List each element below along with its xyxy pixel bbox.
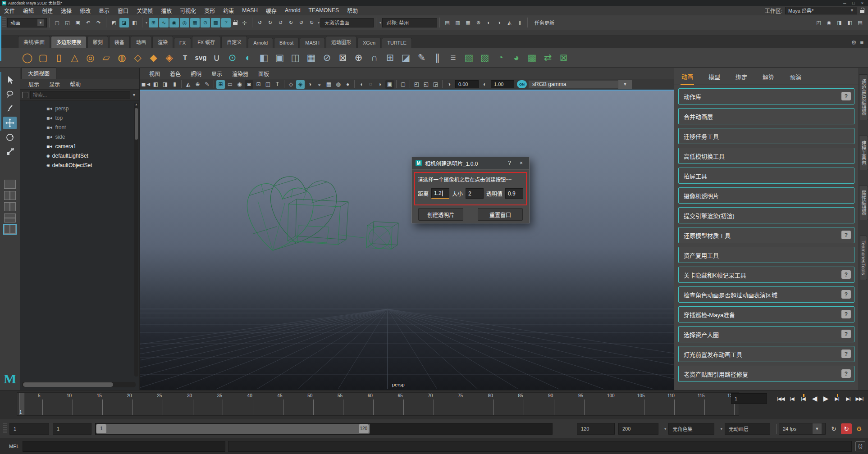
outliner-item-top[interactable]: ◼◄top xyxy=(20,113,139,123)
task-update-button[interactable]: 任务更新 xyxy=(530,19,559,26)
menubar-item[interactable]: Arnold xyxy=(281,7,305,14)
fps-select[interactable]: 24 fps ▼ xyxy=(779,423,826,435)
construction-history-off-icon[interactable]: ↻ xyxy=(265,18,275,27)
menubar-item[interactable]: 显示 xyxy=(95,7,114,14)
camera-settings-icon[interactable]: ◨ xyxy=(161,80,169,89)
tool-button[interactable]: 摄像机透明片 xyxy=(678,187,854,204)
playback-end-field[interactable]: 120 xyxy=(577,423,615,435)
workspace-select[interactable]: Maya 经典* ▼ xyxy=(785,7,857,14)
tool-button[interactable]: 穿插巡检-Maya准备? xyxy=(678,306,854,322)
camera-lock-icon[interactable]: ◧ xyxy=(151,80,160,89)
node-editor-history-icon[interactable]: ↺ xyxy=(297,18,306,27)
motion-blur-icon[interactable]: ◌ xyxy=(366,80,375,89)
snap-to-projected-center-icon[interactable]: ◎ xyxy=(180,18,189,27)
exposure-icon[interactable]: ◑ xyxy=(445,80,453,89)
xray-icon[interactable]: ▣ xyxy=(385,80,394,89)
help-icon[interactable]: ? xyxy=(841,350,851,358)
poly-sphere-icon[interactable]: ◯ xyxy=(20,50,35,65)
create-transparency-button[interactable]: 创建透明片 xyxy=(418,208,463,221)
list-output-operations-icon[interactable]: ↻ xyxy=(286,18,296,27)
chevron-down-icon[interactable]: ▾ xyxy=(146,21,147,25)
film-gate-icon[interactable]: ▭ xyxy=(226,80,234,89)
make-live-icon[interactable]: ⊙ xyxy=(201,18,210,27)
poly-cylinder-icon[interactable]: ▯ xyxy=(51,50,66,65)
step-back-frame-button[interactable]: |◀ xyxy=(787,394,797,404)
shelf-tab-FX[interactable]: FX xyxy=(174,38,191,48)
character-set-select[interactable]: 无角色集 xyxy=(668,423,714,435)
menubar-item[interactable]: MASH xyxy=(238,7,262,14)
smooth-icon[interactable]: ▦ xyxy=(304,50,319,65)
snap-together-icon[interactable]: ▩ xyxy=(211,18,220,27)
shelf-tab-多边形建模[interactable]: 多边形建模 xyxy=(51,36,87,48)
tool-button[interactable]: 高低模切换工具 xyxy=(678,148,854,164)
bridge-icon[interactable]: ∩ xyxy=(367,50,382,65)
shelf-tab-Arnold[interactable]: Arnold xyxy=(248,38,273,48)
uv-contour-icon[interactable]: ▩ xyxy=(525,50,539,65)
viewport-canvas[interactable]: persp xyxy=(140,91,674,390)
animation-start-field[interactable]: 1 xyxy=(9,423,49,435)
menubar-item[interactable]: 编辑 xyxy=(19,7,38,14)
sidebar-tab-建模工具包[interactable]: 建模工具包 xyxy=(859,136,868,170)
menu-set-select[interactable]: 动画 ▼ xyxy=(7,18,47,27)
filter-icon[interactable] xyxy=(22,92,28,98)
view-transform-select[interactable]: sRGB gamma xyxy=(528,80,618,89)
viewport-menu-着色[interactable]: 着色 xyxy=(165,70,186,77)
cached-playback-toggle[interactable]: ↻ xyxy=(841,423,852,434)
shelf-tab-雕刻[interactable]: 雕刻 xyxy=(87,36,108,48)
svg-tool-icon[interactable]: svg xyxy=(193,50,208,65)
layout-two-pane-side-button[interactable] xyxy=(4,202,16,211)
viewport-menu-照明[interactable]: 照明 xyxy=(186,70,206,77)
dialog-大小-input[interactable]: 2 xyxy=(466,188,484,199)
snap-help-icon[interactable]: ? xyxy=(221,18,231,27)
dialog-距离-input[interactable]: 1.2 xyxy=(431,188,449,199)
snap-to-view-planes-icon[interactable]: ▦ xyxy=(190,18,200,27)
channel-box-toggle-icon[interactable]: ▤ xyxy=(855,18,865,27)
dialog-help-button[interactable]: ? xyxy=(505,160,514,166)
select-by-hierarchy-icon[interactable]: ◩ xyxy=(109,18,119,27)
tab-解算[interactable]: 解算 xyxy=(762,68,775,84)
contrast-field[interactable]: 1.00 xyxy=(491,80,514,88)
combine-icon[interactable]: ▣ xyxy=(272,50,287,65)
sweep-mesh-icon[interactable]: ◈ xyxy=(162,50,177,65)
menubar-item[interactable]: 窗口 xyxy=(114,7,132,14)
sculpt-tool-icon[interactable]: ◐ xyxy=(241,50,256,65)
scroll-up-icon[interactable]: ▲ xyxy=(134,103,138,106)
uv-cut-sew-icon[interactable]: ⇄ xyxy=(540,50,555,65)
scale-tool-icon[interactable] xyxy=(3,145,17,158)
toolbar-drag-handle[interactable] xyxy=(2,17,6,28)
symmetry-field[interactable]: 对称: 禁用 xyxy=(382,18,437,27)
lights-icon[interactable]: ◍ xyxy=(334,80,343,89)
outliner-item-defaultObjectSet[interactable]: ◉defaultObjectSet xyxy=(20,160,139,170)
lock-selection-icon[interactable] xyxy=(233,20,238,25)
safe-action-icon[interactable]: ◫ xyxy=(264,80,272,89)
render-sequence-icon[interactable]: ◭ xyxy=(505,18,514,27)
current-frame-field[interactable]: 1 xyxy=(731,393,767,404)
snap-to-curves-icon[interactable]: ∿ xyxy=(159,18,169,27)
select-by-object-icon[interactable]: ◪ xyxy=(119,18,129,27)
snapshot-icon[interactable]: ◰ xyxy=(412,80,421,89)
tool-settings-toggle-icon[interactable]: ◧ xyxy=(845,18,854,27)
crop-icon[interactable]: ◲ xyxy=(431,80,440,89)
uv-planar-icon[interactable]: ▧ xyxy=(461,50,476,65)
construction-history-on-icon[interactable]: ↺ xyxy=(255,18,265,27)
lasso-tool-icon[interactable] xyxy=(3,88,17,100)
layout-two-pane-stacked-button[interactable] xyxy=(4,213,16,222)
layout-four-pane-button[interactable] xyxy=(4,191,16,200)
redo-icon[interactable]: ↷ xyxy=(94,18,103,27)
uv-spherical-icon[interactable]: ◕ xyxy=(509,50,524,65)
outliner-menu-帮助[interactable]: 帮助 xyxy=(65,80,85,88)
chevron-down-icon[interactable]: ▾ xyxy=(664,427,667,431)
dialog-透明值-input[interactable]: 0.9 xyxy=(505,188,523,199)
type-tool-icon[interactable]: T xyxy=(178,50,192,65)
shelf-tab-渲染[interactable]: 渲染 xyxy=(152,36,173,48)
workspace-lock-icon[interactable] xyxy=(860,8,864,13)
help-icon[interactable]: ? xyxy=(841,369,851,378)
viewport-menu-面板[interactable]: 面板 xyxy=(253,70,274,77)
sidebar-tab-通道盒/层编辑器[interactable]: 通道盒/层编辑器 xyxy=(859,74,868,120)
extrude-icon[interactable]: ⊞ xyxy=(383,50,397,65)
tool-button[interactable]: 还原模型材质工具? xyxy=(678,227,854,243)
boolean-icon[interactable]: ⊘ xyxy=(320,50,334,65)
anti-alias-icon[interactable]: ◗ xyxy=(376,80,384,89)
tool-button[interactable]: 资产复用工具 xyxy=(678,247,854,263)
menubar-item[interactable]: 缓存 xyxy=(262,7,281,14)
